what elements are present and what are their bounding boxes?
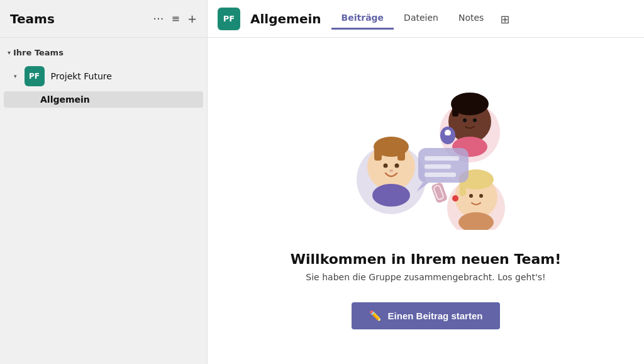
section-chevron-icon: ▾ <box>8 49 11 56</box>
tab-beitraege[interactable]: Beiträge <box>331 8 394 30</box>
tab-add-button[interactable]: ⊞ <box>494 9 516 30</box>
svg-point-15 <box>463 118 467 122</box>
svg-rect-4 <box>397 147 405 161</box>
channel-avatar-text: PF <box>223 14 235 23</box>
channel-name: Allgemein <box>40 94 90 105</box>
sidebar-content: ▾ Ihre Teams ▾ PF Projekt Future Allgeme… <box>0 38 207 364</box>
svg-point-32 <box>445 130 451 136</box>
svg-rect-3 <box>374 147 382 161</box>
svg-rect-34 <box>431 182 448 203</box>
svg-rect-12 <box>452 104 458 117</box>
top-bar: PF Allgemein Beiträge Dateien Notes ⊞ <box>208 0 644 38</box>
filter-icon[interactable]: ≡ <box>172 13 180 25</box>
main-content: PF Allgemein Beiträge Dateien Notes ⊞ <box>208 0 644 364</box>
welcome-title: Willkommen in Ihrem neuen Team! <box>291 251 562 267</box>
team-name: Projekt Future <box>51 71 112 81</box>
sidebar-title: Teams <box>10 11 55 26</box>
channel-header-avatar: PF <box>218 8 240 30</box>
svg-rect-28 <box>425 156 459 161</box>
channel-item-allgemein[interactable]: Allgemein <box>4 91 203 108</box>
tab-bar: Beiträge Dateien Notes ⊞ <box>331 8 634 30</box>
tab-notes[interactable]: Notes <box>448 8 494 30</box>
svg-rect-30 <box>425 173 456 177</box>
svg-point-6 <box>384 164 388 168</box>
svg-rect-29 <box>425 164 451 169</box>
tab-add-icon: ⊞ <box>500 13 509 26</box>
team-avatar: PF <box>25 66 45 86</box>
svg-point-24 <box>469 194 473 198</box>
welcome-subtitle: Sie haben die Gruppe zusammengebracht. L… <box>291 272 562 282</box>
team-avatar-text: PF <box>29 72 40 81</box>
sidebar-header-icons: ··· ≡ + <box>153 12 197 25</box>
ihre-teams-section[interactable]: ▾ Ihre Teams <box>0 44 207 61</box>
more-icon[interactable]: ··· <box>153 12 164 25</box>
add-team-icon[interactable]: + <box>187 12 197 25</box>
team-item-projekt-future[interactable]: ▾ PF Projekt Future <box>4 62 203 90</box>
section-label-text: Ihre Teams <box>13 48 64 57</box>
app-container: Teams ··· ≡ + ▾ Ihre Teams ▾ PF Projekt … <box>0 0 644 364</box>
main-body: Willkommen in Ihrem neuen Team! Sie habe… <box>208 38 644 364</box>
svg-point-16 <box>473 118 477 122</box>
svg-point-7 <box>395 164 399 168</box>
welcome-text-block: Willkommen in Ihrem neuen Team! Sie habe… <box>291 251 562 282</box>
channel-title: Allgemein <box>250 11 321 26</box>
welcome-illustration <box>325 72 526 236</box>
svg-point-25 <box>479 194 483 198</box>
svg-point-8 <box>389 169 393 172</box>
svg-rect-13 <box>462 100 477 109</box>
svg-point-5 <box>372 184 410 207</box>
tab-dateien[interactable]: Dateien <box>394 8 448 30</box>
sidebar: Teams ··· ≡ + ▾ Ihre Teams ▾ PF Projekt … <box>0 0 208 364</box>
start-button-label: Einen Beitrag starten <box>388 310 483 321</box>
sidebar-header: Teams ··· ≡ + <box>0 0 207 38</box>
start-post-button[interactable]: ✏️ Einen Beitrag starten <box>352 302 501 329</box>
svg-point-22 <box>452 195 458 202</box>
edit-icon: ✏️ <box>369 310 382 322</box>
team-expand-icon: ▾ <box>14 73 17 79</box>
